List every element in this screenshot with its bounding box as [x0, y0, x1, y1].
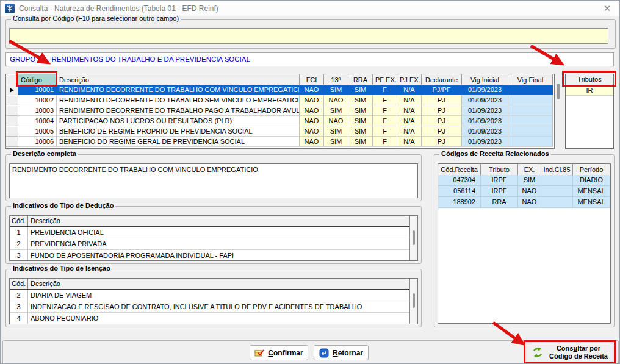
cell-fci[interactable]: NAO — [300, 95, 324, 105]
retornar-button[interactable]: Retornar — [314, 345, 369, 360]
cell-rra[interactable]: SIM — [348, 116, 373, 126]
cell-fci[interactable]: NAO — [300, 137, 324, 147]
cell-declarante[interactable]: PJ — [422, 126, 462, 137]
cell-rra[interactable]: SIM — [348, 95, 373, 105]
receitas-cell[interactable]: SIM — [518, 175, 541, 186]
cell-fci[interactable]: NAO — [300, 116, 324, 126]
cell-vig_final[interactable] — [508, 126, 553, 137]
cell-codigo[interactable]: 10005 — [18, 126, 57, 137]
isencao-row[interactable]: 3INDENIZACAO E RESCISAO DE CONTRATO, INC… — [10, 301, 409, 313]
cell-descricao[interactable]: BENEFICIO DO REGIME GERAL DE PREVIDENCIA… — [57, 137, 300, 147]
cell-declarante[interactable]: PJ/PF — [422, 85, 462, 95]
cell-pjex[interactable]: N/A — [397, 116, 422, 126]
cell-pjex[interactable]: N/A — [397, 126, 422, 137]
cell-d13[interactable]: SIM — [324, 126, 348, 137]
cell-vig_final[interactable] — [508, 116, 553, 126]
cell-vig_inicial[interactable]: 01/09/2023 — [462, 116, 508, 126]
main-grid[interactable]: CódigoDescriçãoFCI13ºRRAPF EX.PJ EX.Decl… — [5, 74, 555, 149]
row-selector[interactable] — [6, 137, 18, 147]
cell-vig_final[interactable] — [508, 95, 553, 105]
isencao-row[interactable]: 4ABONO PECUNIARIO — [10, 313, 409, 324]
receitas-cell[interactable]: 047304 — [438, 175, 481, 186]
cell-codigo[interactable]: 10001 — [18, 85, 57, 95]
cell-descricao[interactable]: RENDIMENTO DECORRENTE DO TRABALHO COM VI… — [57, 85, 300, 95]
row-selector[interactable] — [6, 105, 18, 116]
cell-declarante[interactable]: PJ — [422, 95, 462, 105]
cell-declarante[interactable]: PJ — [422, 116, 462, 126]
cell-descricao[interactable]: RENDIMENTO DECORRENTE DO TRABALHO SEM VI… — [57, 95, 300, 105]
cell-pfex[interactable]: F — [373, 137, 397, 147]
row-selector[interactable] — [6, 126, 18, 137]
cell-fci[interactable]: NAO — [300, 105, 324, 116]
main-grid-scrollbar[interactable] — [557, 84, 560, 99]
cell-rra[interactable]: SIM — [348, 126, 373, 137]
receitas-cell[interactable] — [541, 186, 573, 197]
cell-d13[interactable]: SIM — [324, 137, 348, 147]
close-icon[interactable]: ✕ — [601, 2, 613, 15]
cell-pjex[interactable]: N/A — [397, 137, 422, 147]
isencao-row[interactable]: 2DIARIA DE VIAGEM — [10, 290, 409, 301]
cell-d13[interactable]: NAO — [324, 116, 348, 126]
receitas-cell[interactable]: 056114 — [438, 186, 481, 197]
cell-pfex[interactable]: F — [373, 85, 397, 95]
cell-pfex[interactable]: F — [373, 95, 397, 105]
cell-descricao[interactable]: PARTICIPACAO NOS LUCROS OU RESULTADOS (P… — [57, 116, 300, 126]
cell-vig_inicial[interactable]: 01/09/2023 — [462, 126, 508, 137]
cell-fci[interactable]: NAO — [300, 126, 324, 137]
cell-declarante[interactable]: PJ — [422, 105, 462, 116]
receitas-cell[interactable]: IRPF — [481, 186, 518, 197]
cell-codigo[interactable]: 10004 — [18, 116, 57, 126]
receitas-cell[interactable]: MENSAL — [573, 186, 610, 197]
cell-descricao[interactable]: BENEFICIO DE REGIME PROPRIO DE PREVIDENC… — [57, 126, 300, 137]
consultar-receita-button[interactable]: Consultar porCódigo de Receita — [527, 343, 613, 362]
receitas-cell[interactable]: IRPF — [481, 175, 518, 186]
cell-pjex[interactable]: N/A — [397, 105, 422, 116]
app-icon — [5, 4, 15, 13]
cell-declarante[interactable]: PJ — [422, 137, 462, 147]
receitas-cell[interactable]: 188902 — [438, 197, 481, 208]
deducao-row[interactable]: 2PREVIDENCIA PRIVADA — [10, 238, 409, 250]
confirmar-button[interactable]: Confirmar — [250, 345, 308, 360]
deducao-scrollbar[interactable] — [409, 216, 417, 260]
row-selector[interactable] — [6, 85, 18, 95]
cell-d13[interactable]: SIM — [324, 85, 348, 95]
cell-rra[interactable]: SIM — [348, 137, 373, 147]
cell-fci[interactable]: NAO — [300, 85, 324, 95]
cell-vig_inicial[interactable]: 01/09/2023 — [462, 85, 508, 95]
isencao-scrollbar[interactable] — [409, 279, 417, 324]
cell-pfex[interactable]: F — [373, 116, 397, 126]
deducao-row[interactable]: 1PREVIDENCIA OFICIAL — [10, 227, 409, 238]
receitas-cell[interactable]: NAO — [518, 186, 541, 197]
receitas-cell[interactable]: DIARIO — [573, 175, 610, 186]
cell-pjex[interactable]: N/A — [397, 85, 422, 95]
cell-d13[interactable]: NAO — [324, 95, 348, 105]
cell-pfex[interactable]: F — [373, 126, 397, 137]
cell-codigo[interactable]: 10006 — [18, 137, 57, 147]
isencao-header-cod: Cód. — [10, 279, 28, 289]
receitas-cell[interactable]: RRA — [481, 197, 518, 208]
cell-pfex[interactable]: F — [373, 105, 397, 116]
isencao-cell-cod: 3 — [10, 301, 28, 312]
cell-rra[interactable]: SIM — [348, 85, 373, 95]
cell-vig_inicial[interactable]: 01/09/2023 — [462, 137, 508, 147]
cell-vig_inicial[interactable]: 01/09/2023 — [462, 105, 508, 116]
cell-d13[interactable]: SIM — [324, 105, 348, 116]
cell-codigo[interactable]: 10002 — [18, 95, 57, 105]
receitas-cell[interactable]: NAO — [518, 197, 541, 208]
row-selector[interactable] — [6, 95, 18, 105]
cell-vig_final[interactable] — [508, 105, 553, 116]
receitas-cell[interactable] — [541, 175, 573, 186]
row-selector[interactable] — [6, 116, 18, 126]
cell-pjex[interactable]: N/A — [397, 95, 422, 105]
cell-vig_final[interactable] — [508, 85, 553, 95]
cell-descricao[interactable]: RENDIMENTO DECORRENTE DO TRABALHO PAGO A… — [57, 105, 300, 116]
deducao-row[interactable]: 3FUNDO DE APOSENTADORIA PROGRAMADA INDIV… — [10, 250, 409, 260]
cell-vig_final[interactable] — [508, 137, 553, 147]
cell-rra[interactable]: SIM — [348, 105, 373, 116]
receitas-cell[interactable]: MENSAL — [573, 197, 610, 208]
cell-vig_inicial[interactable]: 01/09/2023 — [462, 95, 508, 105]
cell-codigo[interactable]: 10003 — [18, 105, 57, 116]
tributos-row[interactable]: IR — [566, 85, 613, 96]
search-input[interactable] — [9, 28, 608, 44]
receitas-cell[interactable] — [541, 197, 573, 208]
